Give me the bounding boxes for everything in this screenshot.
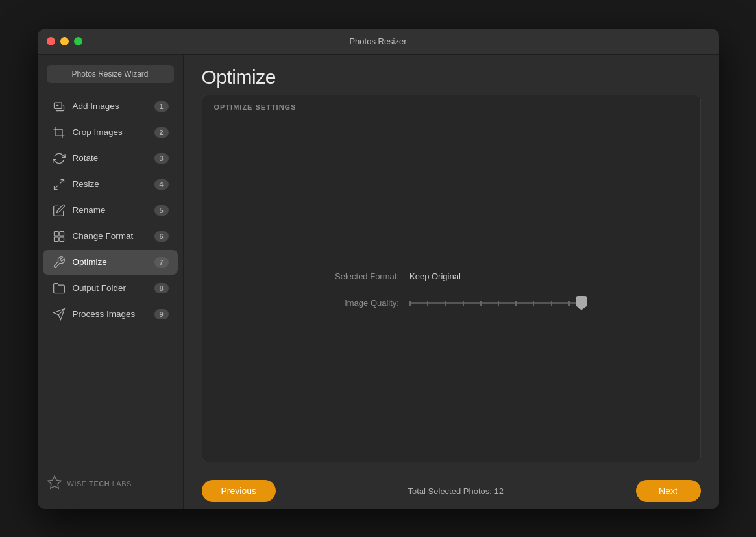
sidebar-label-optimize: Optimize [73, 257, 154, 267]
brand-logo-icon [47, 475, 62, 493]
brand-name: WISE TECH LABS [67, 480, 132, 488]
svg-rect-5 [54, 231, 58, 236]
sidebar-badge-add-images: 1 [154, 101, 169, 112]
sidebar-badge-output-folder: 8 [154, 283, 169, 293]
svg-rect-6 [59, 231, 64, 236]
sidebar-footer: WISE TECH LABS [38, 466, 183, 503]
page-header: Optimize [184, 55, 719, 95]
sidebar-label-add-images: Add Images [73, 101, 154, 111]
sidebar-badge-change-format: 6 [154, 231, 169, 242]
sidebar-item-optimize[interactable]: Optimize 7 [43, 250, 178, 275]
rotate-icon [52, 151, 66, 166]
add-images-icon [52, 99, 66, 114]
image-quality-slider-container[interactable] [409, 297, 587, 310]
close-button[interactable] [47, 37, 55, 45]
sidebar-item-process-images[interactable]: Process Images 9 [43, 302, 178, 327]
settings-form: Selected Format: Keep Original Image Qua… [315, 271, 587, 310]
settings-panel-header: OPTIMIZE SETTINGS [202, 95, 700, 119]
svg-line-3 [60, 179, 64, 183]
sidebar-item-crop-images[interactable]: Crop Images 2 [43, 120, 178, 145]
footer-info: Total Selected Photos: 12 [408, 486, 504, 496]
page-title: Optimize [202, 66, 701, 88]
sidebar: Photos Resize Wizard Add Images 1 Crop I… [38, 55, 184, 509]
svg-rect-7 [54, 236, 58, 241]
slider-dot [480, 301, 482, 306]
sidebar-badge-rotate: 3 [154, 153, 169, 164]
sidebar-badge-optimize: 7 [154, 257, 169, 268]
slider-dot [533, 301, 534, 306]
content-area: OPTIMIZE SETTINGS Selected Format: Keep … [184, 95, 719, 473]
sidebar-item-resize[interactable]: Resize 4 [43, 172, 178, 197]
footer: Previous Total Selected Photos: 12 Next [184, 473, 719, 509]
settings-panel: OPTIMIZE SETTINGS Selected Format: Keep … [202, 95, 701, 462]
sidebar-label-process-images: Process Images [73, 309, 154, 319]
resize-icon [52, 177, 66, 192]
slider-dot [551, 301, 552, 306]
image-quality-label: Image Quality: [315, 298, 399, 308]
selected-format-value: Keep Original [409, 271, 461, 281]
sidebar-label-rename: Rename [73, 205, 154, 215]
minimize-button[interactable] [60, 37, 69, 45]
output-folder-icon [52, 281, 66, 295]
sidebar-item-rename[interactable]: Rename 5 [43, 198, 178, 223]
svg-marker-11 [48, 476, 61, 488]
sidebar-badge-process-images: 9 [154, 309, 169, 319]
next-button[interactable]: Next [636, 480, 701, 502]
selected-format-row: Selected Format: Keep Original [315, 271, 587, 281]
slider-track-dots [409, 302, 587, 304]
sidebar-item-rotate[interactable]: Rotate 3 [43, 146, 178, 171]
maximize-button[interactable] [74, 37, 82, 45]
slider-dot [515, 301, 517, 306]
svg-rect-8 [59, 236, 64, 241]
sidebar-label-crop-images: Crop Images [73, 127, 154, 137]
slider-dot [427, 301, 428, 306]
rename-icon [52, 203, 66, 218]
sidebar-badge-rename: 5 [154, 205, 169, 216]
optimize-icon [52, 255, 66, 269]
process-images-icon [52, 307, 66, 321]
sidebar-item-change-format[interactable]: Change Format 6 [43, 224, 178, 249]
sidebar-label-rotate: Rotate [73, 153, 154, 163]
slider-dot [463, 301, 464, 306]
app-window: Photos Resizer Photos Resize Wizard Add … [38, 29, 719, 509]
title-bar: Photos Resizer [38, 29, 719, 55]
settings-body: Selected Format: Keep Original Image Qua… [202, 119, 700, 462]
sidebar-badge-resize: 4 [154, 179, 169, 190]
window-title: Photos Resizer [349, 36, 406, 46]
right-panel: Optimize OPTIMIZE SETTINGS Selected Form… [184, 55, 719, 509]
sidebar-label-resize: Resize [73, 179, 154, 189]
sidebar-item-add-images[interactable]: Add Images 1 [43, 94, 178, 119]
image-quality-row: Image Quality: [315, 297, 587, 310]
sidebar-label-output-folder: Output Folder [73, 283, 154, 293]
main-content: Photos Resize Wizard Add Images 1 Crop I… [38, 55, 719, 509]
sidebar-badge-crop-images: 2 [154, 127, 169, 138]
slider-dot [498, 301, 499, 306]
sidebar-label-change-format: Change Format [73, 231, 154, 241]
selected-format-label: Selected Format: [315, 271, 399, 281]
slider-thumb[interactable] [576, 296, 587, 310]
slider-dot [445, 301, 446, 306]
slider-track [409, 302, 587, 304]
wizard-button[interactable]: Photos Resize Wizard [47, 65, 174, 83]
slider-dot [409, 301, 411, 306]
svg-line-4 [54, 185, 58, 189]
slider-dot [568, 301, 570, 306]
sidebar-item-output-folder[interactable]: Output Folder 8 [43, 276, 178, 301]
crop-images-icon [52, 125, 66, 140]
traffic-lights [47, 37, 82, 45]
change-format-icon [52, 229, 66, 244]
previous-button[interactable]: Previous [202, 480, 276, 502]
